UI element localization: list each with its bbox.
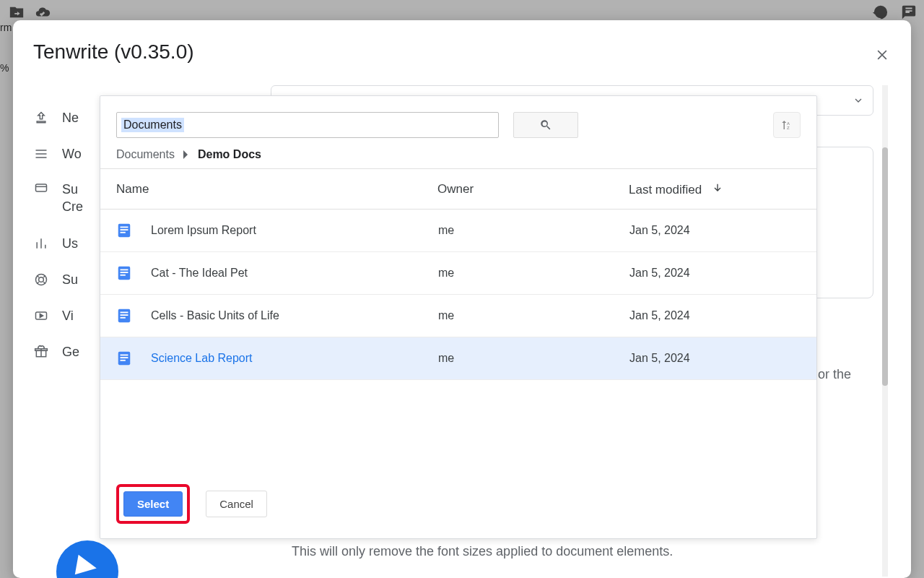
breadcrumb: Documents Demo Docs: [100, 138, 816, 168]
history-icon: [872, 4, 888, 20]
svg-rect-21: [121, 357, 128, 358]
file-list: Lorem Ipsum ReportmeJan 5, 2024Cat - The…: [100, 210, 816, 380]
sidebar-label: Wo: [62, 147, 82, 162]
file-row[interactable]: Cat - The Ideal PetmeJan 5, 2024: [100, 252, 816, 295]
close-button[interactable]: [872, 45, 892, 65]
search-value: Documents: [121, 118, 184, 132]
svg-rect-22: [121, 360, 126, 361]
bar-chart-icon: [34, 236, 48, 251]
sidebar-label: Su: [62, 181, 83, 198]
lifebuoy-icon: [34, 272, 48, 287]
breadcrumb-current: Demo Docs: [198, 148, 261, 161]
file-row[interactable]: Cells - Basic Units of LifemeJan 5, 2024: [100, 295, 816, 337]
col-header-modified[interactable]: Last modified: [629, 182, 801, 197]
file-owner: me: [438, 352, 629, 365]
menu-icon: [34, 147, 48, 161]
sort-az-button[interactable]: AZ: [773, 112, 801, 138]
modal-scrollbar[interactable]: [882, 85, 888, 577]
table-header: Name Owner Last modified: [100, 169, 816, 210]
chevron-right-icon: [183, 150, 189, 159]
col-header-name[interactable]: Name: [116, 182, 437, 197]
fab-send[interactable]: [56, 540, 118, 578]
svg-rect-0: [36, 184, 47, 191]
file-name: Cat - The Ideal Pet: [151, 267, 438, 280]
file-modified: Jan 5, 2024: [629, 352, 801, 365]
search-input[interactable]: Documents: [116, 112, 499, 138]
google-doc-icon: [116, 306, 132, 325]
svg-rect-8: [121, 227, 128, 228]
bg-text-rm: rm: [0, 22, 12, 33]
col-header-modified-label: Last modified: [629, 183, 702, 197]
svg-rect-20: [121, 355, 128, 356]
upload-icon: [34, 111, 48, 125]
svg-rect-9: [121, 229, 128, 230]
breadcrumb-root[interactable]: Documents: [116, 148, 175, 161]
file-modified: Jan 5, 2024: [629, 267, 801, 280]
search-icon: [539, 118, 552, 131]
file-row[interactable]: Science Lab ReportmeJan 5, 2024: [100, 337, 816, 380]
card-icon: [34, 181, 48, 195]
bg-text-pct: %: [0, 62, 9, 74]
sidebar-label: Su: [62, 272, 78, 288]
sidebar-label: Cre: [62, 198, 83, 215]
cancel-button[interactable]: Cancel: [206, 491, 267, 517]
col-header-owner[interactable]: Owner: [437, 182, 629, 197]
cloud-check-icon: [35, 4, 51, 20]
sort-az-icon: AZ: [780, 118, 793, 131]
file-name: Lorem Ipsum Report: [151, 224, 438, 237]
video-icon: [34, 309, 48, 323]
file-picker: Documents AZ Documents Demo Docs Name Ow…: [100, 95, 817, 539]
svg-rect-16: [121, 312, 128, 314]
svg-rect-14: [121, 275, 126, 276]
sidebar-label: Us: [62, 236, 78, 251]
sidebar-label: Ne: [62, 111, 79, 126]
modal-title: Tenwrite (v0.35.0): [33, 40, 194, 64]
svg-rect-13: [121, 272, 128, 273]
file-name: Cells - Basic Units of Life: [151, 309, 438, 322]
extension-modal: Tenwrite (v0.35.0) Ne Wo Su Cre Us Su: [13, 20, 911, 578]
callout-highlight: Select: [116, 484, 190, 524]
file-row[interactable]: Lorem Ipsum ReportmeJan 5, 2024: [100, 210, 816, 252]
chevron-down-icon: [853, 95, 864, 106]
svg-rect-12: [121, 269, 128, 271]
google-doc-icon: [116, 349, 132, 368]
file-modified: Jan 5, 2024: [629, 309, 801, 322]
svg-point-2: [39, 277, 44, 282]
search-button[interactable]: [513, 112, 578, 138]
google-doc-icon: [116, 264, 132, 282]
bg-note-text: This will only remove the font sizes app…: [292, 544, 673, 559]
sidebar-label: Vi: [62, 309, 74, 324]
file-owner: me: [438, 267, 629, 280]
svg-rect-18: [121, 317, 126, 319]
bg-text-or-the: or the: [818, 367, 851, 382]
modal-scrollbar-thumb[interactable]: [882, 147, 888, 386]
file-modified: Jan 5, 2024: [629, 224, 801, 237]
arrow-down-icon: [712, 182, 723, 194]
close-icon: [875, 48, 889, 62]
folder-move-icon: [9, 4, 25, 20]
comment-icon: [901, 4, 917, 20]
svg-rect-10: [121, 232, 126, 233]
sidebar-label: Ge: [62, 345, 79, 360]
file-name: Science Lab Report: [151, 352, 438, 365]
file-owner: me: [438, 309, 629, 322]
svg-rect-17: [121, 314, 128, 316]
google-doc-icon: [116, 221, 132, 240]
select-button[interactable]: Select: [123, 491, 183, 517]
gift-icon: [34, 345, 48, 359]
svg-text:A: A: [787, 121, 790, 126]
svg-text:Z: Z: [787, 126, 790, 130]
file-owner: me: [438, 224, 629, 237]
